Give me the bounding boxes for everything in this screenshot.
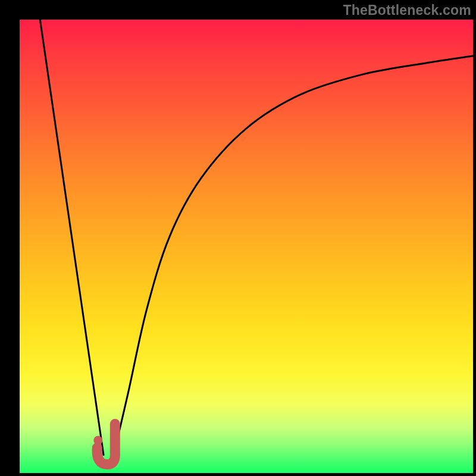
chart-svg xyxy=(20,20,473,473)
curve-left-branch xyxy=(40,20,104,455)
marker-j xyxy=(93,424,115,464)
plot-area xyxy=(20,20,473,473)
chart-frame: TheBottleneck.com xyxy=(0,0,476,476)
curve-right-branch xyxy=(112,56,473,459)
svg-point-0 xyxy=(93,436,102,445)
watermark-text: TheBottleneck.com xyxy=(343,2,471,18)
